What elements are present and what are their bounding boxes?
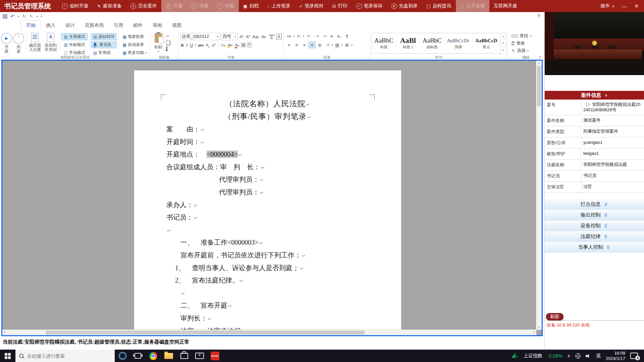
start-button[interactable] xyxy=(0,350,15,362)
character-border-icon[interactable]: A xyxy=(276,34,282,40)
dialog-launcher-icon[interactable]: ⌟ xyxy=(176,56,177,60)
select-button[interactable]: ↖ 选择 ▾ xyxy=(509,46,543,54)
menu-print[interactable]: ⊡ 打印 xyxy=(328,0,352,12)
speaker-icon[interactable] xyxy=(586,354,591,358)
decrease-indent-icon[interactable]: ←≡ xyxy=(313,33,320,40)
tab-references[interactable]: 引用 xyxy=(109,20,128,31)
toggle-tail-mode[interactable]: ▤ 文尾模式 xyxy=(61,33,87,40)
menu-internet-court[interactable]: 互联网开庭 xyxy=(489,0,522,12)
menu-remote-interrogation[interactable]: ▢ 远程提讯 xyxy=(422,0,456,12)
horizontal-scrollbar[interactable]: ◂ ▸ xyxy=(2,329,536,335)
subscript-icon[interactable]: x2 xyxy=(205,42,210,48)
chevron-down-icon[interactable]: ▾ xyxy=(195,44,196,47)
scroll-up-icon[interactable]: ▴ xyxy=(536,61,542,64)
save-icon[interactable] xyxy=(3,14,7,19)
document-page[interactable]: （法院名称）人民法院↵ （刑事/民事）审判笔录↵ 案 由：↵ 开庭时间：↵ 开庭… xyxy=(134,70,401,332)
align-left-icon[interactable]: ≡ xyxy=(285,42,292,48)
section-party-control[interactable]: 当事人控制 ≫ xyxy=(545,242,644,252)
phonetic-guide-icon[interactable]: wén文 xyxy=(268,34,275,39)
chevron-down-icon[interactable]: ▾ xyxy=(351,44,353,47)
align-center-icon[interactable]: ≡ xyxy=(293,42,300,48)
tab-review[interactable]: 审阅 xyxy=(148,20,167,31)
operate-dropdown[interactable]: 操作 ∨ xyxy=(600,3,614,9)
section-court-discipline[interactable]: 法庭纪律 ≫ xyxy=(545,231,644,242)
gallery-expand-icon[interactable]: ▾ xyxy=(500,47,506,53)
taskbar-app-ansys[interactable]: Ansys xyxy=(207,350,223,362)
select-tool-dropdown-icon[interactable]: ▾ xyxy=(37,15,38,18)
courtroom-video-feed[interactable] xyxy=(545,12,644,75)
taskbar-app-mail[interactable]: ∨ xyxy=(192,350,207,362)
enclose-character-icon[interactable]: 字 xyxy=(247,42,252,48)
strikethrough-icon[interactable]: abc xyxy=(197,43,204,47)
format-painter-icon[interactable] xyxy=(166,46,167,50)
close-court-button[interactable]: 闭庭 xyxy=(13,32,24,55)
stock-index-label[interactable]: 上证指数 xyxy=(524,353,542,359)
undo-icon[interactable]: ↶ xyxy=(10,13,15,19)
vertical-scroll-thumb[interactable] xyxy=(537,66,541,106)
redo-icon[interactable]: ↻ xyxy=(22,13,26,19)
tab-page-layout[interactable]: 页面布局 xyxy=(80,20,109,31)
style-emphasis[interactable]: AaBbCcDc 强调 xyxy=(444,33,473,53)
cortana-button[interactable] xyxy=(115,350,130,362)
section-output-control[interactable]: 输出控制 ≫ xyxy=(545,210,644,220)
character-shading-icon[interactable]: A xyxy=(241,43,246,48)
help-icon[interactable]: ? xyxy=(537,13,540,19)
justify-icon[interactable]: ≡ xyxy=(309,42,316,48)
style-title[interactable]: AaBbC 标题 xyxy=(372,33,396,53)
scroll-left-icon[interactable]: ◂ xyxy=(4,330,5,334)
add-common-word-button[interactable]: 添加到常用词 xyxy=(43,32,58,55)
menu-archive[interactable]: ▣ 归档 xyxy=(239,0,263,12)
qat-customize-icon[interactable]: ▾ xyxy=(41,15,42,18)
dialog-launcher-icon[interactable]: ⌟ xyxy=(281,56,282,60)
taskbar-clock[interactable]: 16:09 2024/1/17 xyxy=(606,351,625,361)
minimize-button[interactable]: — xyxy=(622,3,627,9)
align-right-icon[interactable]: ≡ xyxy=(301,42,308,48)
cut-icon[interactable]: ✂ xyxy=(166,34,170,39)
menu-pretrial-prep[interactable]: ✎ 庭前准备 xyxy=(93,0,126,12)
increase-indent-icon[interactable]: →≡ xyxy=(320,33,327,40)
select-tool-icon[interactable]: ↖ xyxy=(29,13,34,19)
borders-icon[interactable]: ⊞ xyxy=(343,42,351,48)
toggle-cursor-mode[interactable]: ▥ 光标模式 xyxy=(61,41,87,48)
taskbar-app-explorer[interactable] xyxy=(161,350,176,362)
collapse-ribbon-icon[interactable]: ∧ xyxy=(539,55,541,59)
style-keypoint[interactable]: AaBbCcD 要点 xyxy=(473,33,500,53)
tab-view[interactable]: 视图 xyxy=(167,20,186,31)
font-color-icon[interactable]: A▾ xyxy=(234,43,240,48)
vertical-scrollbar[interactable]: ▴ ▾ xyxy=(536,61,542,330)
stock-chart-icon[interactable]: ↘ xyxy=(512,354,519,358)
tab-insert[interactable]: 插入 xyxy=(41,20,60,31)
font-name-select[interactable]: 仿宋_GB2312 ▾ xyxy=(180,33,220,40)
refresh-button[interactable]: 刷新 xyxy=(546,313,564,320)
case-info-header[interactable]: 案件信息 ∧ xyxy=(545,91,644,100)
styles-gallery-scrollbar[interactable]: ▴ ▾ ▾ xyxy=(500,33,506,53)
shading-icon[interactable]: ▨ xyxy=(334,42,341,48)
task-view-button[interactable] xyxy=(130,350,146,362)
menu-disc-burn[interactable]: ◎ 光盘刻录 xyxy=(387,0,422,12)
scroll-down-icon[interactable]: ▾ xyxy=(536,326,542,329)
numbered-list-icon[interactable]: 1≡ xyxy=(295,33,302,40)
superscript-icon[interactable]: x2 xyxy=(211,43,216,48)
open-court-button[interactable]: ▶ 开庭 xyxy=(1,32,12,55)
font-size-select[interactable]: 四号 ▾ xyxy=(221,33,237,40)
underline-icon[interactable]: U xyxy=(189,43,194,48)
chevron-down-icon[interactable]: ▾ xyxy=(303,35,304,38)
paste-button[interactable]: 粘贴 ▾ xyxy=(151,32,165,55)
highlight-color-icon[interactable]: ab▾ xyxy=(227,43,233,47)
chevron-down-icon[interactable]: ▾ xyxy=(293,35,294,38)
grow-font-icon[interactable]: A▴ xyxy=(239,34,244,39)
tab-design[interactable]: 设计 xyxy=(60,20,80,31)
style-heading1[interactable]: AaBl 标题 1 xyxy=(396,33,420,53)
toggle-transcript-cast[interactable]: ▦ 笔录投屏 xyxy=(120,33,149,40)
toggle-raw-transcribe[interactable]: ▤ 原始转写 xyxy=(91,33,117,40)
find-button[interactable]: 查找 ▾ xyxy=(509,32,543,39)
asian-layout-icon[interactable]: ✳ xyxy=(328,33,335,40)
document-text[interactable]: （法院名称）人民法院↵ （刑事/民事）审判笔录↵ 案 由：↵ 开庭时间：↵ 开庭… xyxy=(134,98,401,336)
chevron-down-icon[interactable]: ▾ xyxy=(341,44,343,47)
change-case-icon[interactable]: Aa▾ xyxy=(252,34,260,39)
multilevel-list-icon[interactable]: ⁝≡ xyxy=(305,33,312,40)
bullet-list-icon[interactable]: •≡ xyxy=(285,33,292,40)
input-language-indicator[interactable]: 英 xyxy=(596,353,601,359)
replace-button[interactable]: abac 替换 xyxy=(509,39,543,46)
menu-upload-transcript[interactable]: ↑ 上传笔录 xyxy=(263,0,295,12)
